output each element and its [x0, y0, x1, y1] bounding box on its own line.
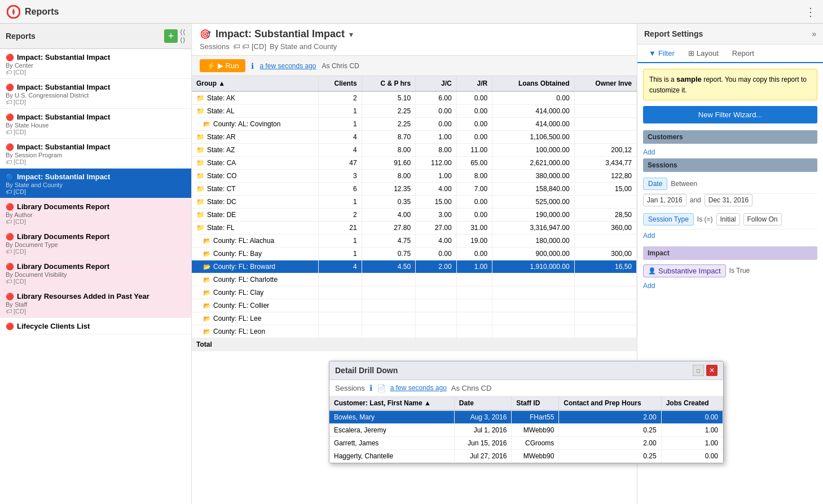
- menu-dots[interactable]: ⋮: [805, 5, 816, 19]
- table-row[interactable]: 📁State: CA 47 91.60 112.00 65.00 2,621,0…: [192, 157, 637, 170]
- cell-cp: 0.75: [362, 247, 416, 260]
- cell-clients: 1: [318, 247, 362, 260]
- modal-col-staff[interactable]: Staff ID: [512, 396, 559, 410]
- report-title-dropdown[interactable]: ▾: [349, 30, 353, 39]
- tab-layout[interactable]: ⊞ Layout: [681, 45, 725, 62]
- cell-jc: 27.00: [416, 222, 457, 235]
- modal-col-jobs[interactable]: Jobs Created: [661, 396, 723, 410]
- impact-add-link[interactable]: Add: [643, 280, 817, 292]
- cell-group: 📂County: FL: Charlotte: [192, 273, 318, 286]
- col-owner[interactable]: Owner Inve: [574, 76, 636, 91]
- table-row[interactable]: 📂County: FL: Clay: [192, 286, 637, 299]
- filter-icon: ▼: [649, 49, 656, 58]
- col-loans[interactable]: Loans Obtained: [492, 76, 574, 91]
- cell-cp: 4.50: [362, 260, 416, 273]
- modal-col-hours[interactable]: Contact and Prep Hours: [559, 396, 661, 410]
- col-jc[interactable]: J/C: [416, 76, 457, 91]
- modal-export-icon[interactable]: 📄: [377, 384, 386, 392]
- table-row[interactable]: 📁State: CO 3 8.00 1.00 8.00 380,000.00 1…: [192, 170, 637, 183]
- cell-clients: 4: [318, 144, 362, 157]
- date-chip[interactable]: Date: [643, 178, 667, 190]
- info-icon[interactable]: ℹ: [251, 61, 254, 70]
- col-group[interactable]: Group ▲: [192, 76, 318, 91]
- modal-table-row[interactable]: Bowles, Mary Aug 3, 2016 FHart55 2.00 0.…: [329, 410, 723, 424]
- sidebar-item-badge-1: 🏷 [CD]: [6, 69, 186, 76]
- table-row[interactable]: 📁State: AZ 4 8.00 8.00 11.00 100,000.00 …: [192, 144, 637, 157]
- cell-group: 📁State: DC: [192, 196, 318, 209]
- sidebar-item-10[interactable]: 🔴 Lifecycle Clients List: [0, 318, 191, 334]
- sidebar-item-9[interactable]: 🔴 Library Resourses Added in Past Year B…: [0, 288, 191, 318]
- report-header: 🎯 Impact: Substantial Impact ▾ Sessions …: [192, 24, 637, 56]
- table-row[interactable]: 📂County: AL: Covington 1 2.25 0.00 0.00 …: [192, 118, 637, 131]
- cell-jc: 4.00: [416, 183, 457, 196]
- modal-table-row[interactable]: Haggerty, Chantelle Jul 27, 2016 MWebb90…: [329, 450, 723, 463]
- new-filter-wizard-button[interactable]: New Filter Wizard...: [643, 106, 817, 123]
- date-from[interactable]: Jan 1, 2016: [643, 194, 686, 206]
- table-row[interactable]: 📁State: CT 6 12.35 4.00 7.00 158,840.00 …: [192, 183, 637, 196]
- report-title: Impact: Substantial Impact: [215, 28, 345, 40]
- modal-cell-date: Jul 1, 2016: [454, 424, 512, 437]
- run-button[interactable]: ⚡ ▶ Run: [200, 59, 245, 72]
- sidebar-item-2[interactable]: 🔴 Impact: Substantial Impact By U.S. Con…: [0, 79, 191, 109]
- sidebar-item-7[interactable]: 🔴 Library Documents Report By Document T…: [0, 228, 191, 258]
- modal-table-row[interactable]: Garrett, James Jun 15, 2016 CGrooms 2.00…: [329, 437, 723, 450]
- expand-icon[interactable]: »: [812, 29, 816, 38]
- col-clients[interactable]: Clients: [318, 76, 362, 91]
- modal-table-row[interactable]: Escalera, Jeremy Jul 1, 2016 MWebb90 0.2…: [329, 424, 723, 437]
- sidebar-item-title-10: Lifecycle Clients List: [17, 322, 90, 330]
- tab-filter[interactable]: ▼ Filter: [642, 45, 681, 63]
- sidebar-item-5[interactable]: 🔵 Impact: Substantial Impact By State an…: [0, 169, 191, 198]
- collapse-button[interactable]: ⟨⟨⟨⟩: [180, 28, 186, 44]
- modal-close-button[interactable]: ✕: [706, 365, 718, 376]
- modal-resize-button[interactable]: □: [693, 365, 704, 376]
- sessions-add-link[interactable]: Add: [643, 229, 817, 242]
- sidebar-item-6[interactable]: 🔴 Library Documents Report By Author 🏷 […: [0, 198, 191, 228]
- modal-cell-hours: 2.00: [559, 437, 661, 450]
- table-row[interactable]: 📁State: DE 2 4.00 3.00 0.00 190,000.00 2…: [192, 209, 637, 222]
- table-row[interactable]: 📂County: FL: Broward 4 4.50 2.00 1.00 1,…: [192, 260, 637, 273]
- timestamp[interactable]: a few seconds ago: [259, 62, 316, 70]
- sidebar-item-1[interactable]: 🔴 Impact: Substantial Impact By Center 🏷…: [0, 49, 191, 79]
- session-type-val1[interactable]: Initial: [716, 213, 740, 226]
- modal-col-name[interactable]: Customer: Last, First Name ▲: [329, 396, 454, 410]
- table-row[interactable]: 📁State: AK 2 5.10 6.00 0.00 0.00: [192, 91, 637, 105]
- customers-add-link[interactable]: Add: [643, 146, 817, 158]
- table-row[interactable]: 📁State: AR 4 8.70 1.00 0.00 1,106,500.00: [192, 131, 637, 144]
- modal-cell-staff: CGrooms: [512, 437, 559, 450]
- sidebar-item-sub-6: By Author: [6, 211, 186, 218]
- col-jr[interactable]: J/R: [456, 76, 492, 91]
- run-label: ▶ Run: [218, 61, 239, 70]
- table-row[interactable]: 📂County: FL: Alachua 1 4.75 4.00 19.00 1…: [192, 235, 637, 247]
- sidebar-item-4[interactable]: 🔴 Impact: Substantial Impact By Session …: [0, 139, 191, 169]
- subfolder-icon: 📂: [203, 263, 211, 270]
- impact-chip[interactable]: 👤 Substantive Impact: [643, 264, 726, 277]
- cell-jc: [416, 273, 457, 286]
- table-row[interactable]: 📁State: DC 1 0.35 15.00 0.00 525,000.00: [192, 196, 637, 209]
- table-row[interactable]: Total: [192, 338, 637, 351]
- cell-loans: 2,621,000.00: [492, 157, 574, 170]
- tab-filter-label: Filter: [658, 49, 675, 58]
- cell-owner: [574, 235, 636, 247]
- session-type-val2[interactable]: Follow On: [743, 213, 782, 226]
- modal-info-icon[interactable]: ℹ: [369, 383, 372, 392]
- table-row[interactable]: 📂County: FL: Collier: [192, 299, 637, 312]
- modal-timestamp[interactable]: a few seconds ago: [390, 384, 447, 392]
- cell-jr: 7.00: [456, 183, 492, 196]
- sidebar-item-3[interactable]: 🔴 Impact: Substantial Impact By State Ho…: [0, 109, 191, 139]
- table-row[interactable]: 📁State: AL 1 2.25 0.00 0.00 414,000.00: [192, 105, 637, 118]
- table-row[interactable]: 📂County: FL: Charlotte: [192, 273, 637, 286]
- table-row[interactable]: 📂County: FL: Leon: [192, 325, 637, 338]
- table-row[interactable]: 📂County: FL: Bay 1 0.75 0.00 0.00 900,00…: [192, 247, 637, 260]
- date-to[interactable]: Dec 31, 2016: [705, 194, 752, 206]
- cell-group: 📂County: FL: Alachua: [192, 235, 318, 247]
- modal-col-date[interactable]: Date: [454, 396, 512, 410]
- tab-report[interactable]: Report: [725, 45, 761, 62]
- table-row[interactable]: 📁State: FL 21 27.80 27.00 31.00 3,316,94…: [192, 222, 637, 235]
- table-row[interactable]: 📂County: FL: Lee: [192, 312, 637, 325]
- cell-loans: 100,000.00: [492, 144, 574, 157]
- col-cp[interactable]: C & P hrs: [362, 76, 416, 91]
- sidebar-item-8[interactable]: 🔴 Library Documents Report By Document V…: [0, 258, 191, 288]
- session-type-chip[interactable]: Session Type: [643, 213, 694, 226]
- sidebar-scroll[interactable]: 🔴 Impact: Substantial Impact By Center 🏷…: [0, 49, 191, 504]
- add-report-button[interactable]: +: [164, 29, 178, 43]
